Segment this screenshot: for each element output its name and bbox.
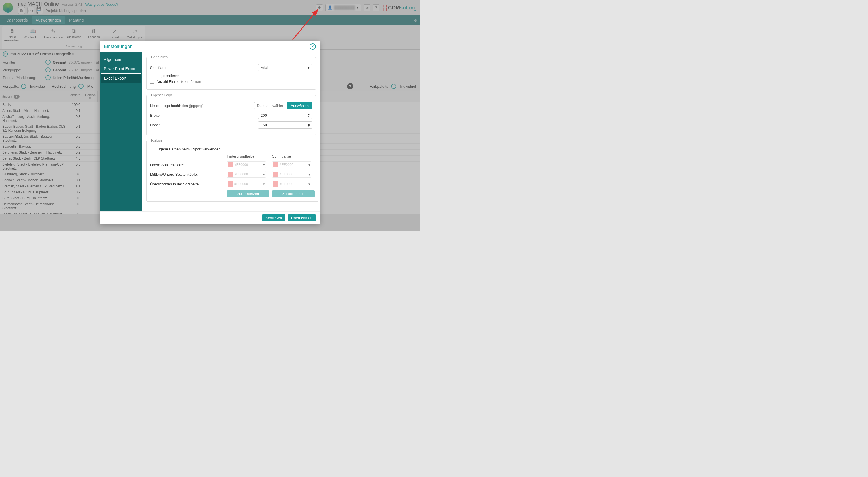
- close-button[interactable]: Schließen: [262, 214, 285, 221]
- side-powerpoint[interactable]: PowerPoint Export: [101, 64, 141, 73]
- font-color-3[interactable]: #FF0000▾: [272, 181, 311, 187]
- own-colors-checkbox[interactable]: [150, 147, 154, 151]
- remove-count-checkbox[interactable]: [150, 80, 154, 84]
- chevron-down-icon: ▾: [263, 182, 265, 186]
- width-input[interactable]: 200▴▾: [258, 112, 312, 119]
- modal-sidebar: Allgemein PowerPoint Export Excel Export: [100, 52, 142, 211]
- color-row3-label: Überschriften in der Vorspalte:: [150, 182, 224, 186]
- stepper-icon: ▴▾: [308, 123, 310, 127]
- bg-color-2[interactable]: #FF0000▾: [227, 171, 266, 178]
- fieldset-colors: Farben Eigene Farben beim Export verwend…: [146, 138, 318, 201]
- color-row1-label: Obere Spaltenköpfe:: [150, 163, 224, 167]
- chevron-down-icon: ▾: [308, 182, 310, 186]
- chevron-down-icon: ▾: [308, 66, 310, 70]
- chevron-down-icon: ▾: [263, 172, 265, 177]
- bg-color-1[interactable]: #FF0000▾: [227, 161, 266, 168]
- chevron-down-icon: ▾: [308, 163, 310, 167]
- bg-color-3[interactable]: #FF0000▾: [227, 181, 266, 187]
- font-color-2[interactable]: #FF0000▾: [272, 171, 311, 178]
- apply-button[interactable]: Übernehmen: [288, 214, 316, 221]
- modal-title: Einstellungen: [104, 44, 133, 50]
- upload-label: Neues Logo hochladen (jpg/png): [150, 104, 224, 108]
- side-excel[interactable]: Excel Export: [101, 73, 141, 83]
- fieldset-general: Generelles Schriftart: Arial▾ Logo entfe…: [146, 55, 316, 90]
- remove-logo-label: Logo entfernen: [156, 73, 181, 78]
- width-label: Breite:: [150, 113, 224, 118]
- choose-file-button[interactable]: Auswählen: [287, 102, 312, 109]
- height-label: Höhe:: [150, 123, 224, 127]
- own-colors-label: Eigene Farben beim Export verwenden: [156, 147, 220, 151]
- settings-modal: Einstellungen ✕ Allgemein PowerPoint Exp…: [100, 41, 320, 224]
- height-input[interactable]: 150▴▾: [258, 121, 312, 129]
- font-select[interactable]: Arial▾: [258, 64, 312, 71]
- font-header: Schriftfarbe: [272, 154, 315, 158]
- fieldset-logo: Eigenes Logo Neues Logo hochladen (jpg/p…: [146, 93, 316, 135]
- close-icon[interactable]: ✕: [310, 43, 316, 50]
- chevron-down-icon: ▾: [263, 163, 265, 167]
- font-label: Schriftart:: [150, 66, 224, 70]
- stepper-icon: ▴▾: [308, 113, 310, 118]
- font-color-1[interactable]: #FF0000▾: [272, 161, 311, 168]
- side-allgemein[interactable]: Allgemein: [101, 55, 141, 64]
- reset-bg-button[interactable]: Zurücksetzen: [227, 190, 269, 197]
- reset-font-button[interactable]: Zurücksetzen: [272, 190, 315, 197]
- remove-count-label: Anzahl Elemente entfernen: [156, 80, 201, 84]
- remove-logo-checkbox[interactable]: [150, 73, 154, 78]
- bg-header: Hintergrundfarbe: [227, 154, 269, 158]
- file-input[interactable]: [254, 102, 285, 109]
- color-row2-label: Mittlere/Untere Spaltenköpfe:: [150, 172, 224, 177]
- chevron-down-icon: ▾: [308, 172, 310, 177]
